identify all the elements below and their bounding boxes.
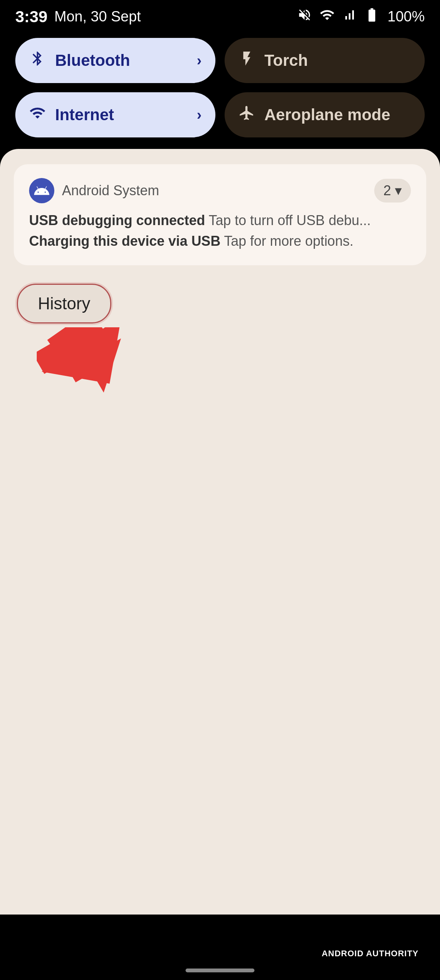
history-button-container: History	[14, 278, 426, 412]
signal-icon	[342, 8, 356, 25]
notif-bold-1: USB debugging connected	[29, 212, 205, 228]
notif-app-name: Android System	[62, 183, 159, 199]
internet-tile[interactable]: Internet ›	[15, 92, 215, 137]
internet-chevron: ›	[197, 107, 202, 123]
notif-bold-2: Charging this device via USB	[29, 233, 220, 249]
torch-icon	[238, 50, 255, 71]
notif-app-info: Android System	[29, 178, 159, 203]
arrow-annotation	[37, 327, 144, 412]
notif-expand-icon: ▾	[395, 183, 402, 199]
status-time: 3:39	[15, 8, 47, 26]
android-system-icon	[29, 178, 54, 203]
bluetooth-chevron: ›	[197, 52, 202, 69]
notif-normal-2: Tap for more options.	[224, 233, 354, 249]
notification-area: Android System 2 ▾ USB debugging connect…	[0, 149, 440, 915]
notif-count: 2	[383, 183, 391, 199]
notification-card[interactable]: Android System 2 ▾ USB debugging connect…	[14, 164, 426, 265]
notif-message-1: USB debugging connected Tap to turn off …	[29, 210, 411, 231]
bluetooth-tile[interactable]: Bluetooth ›	[15, 38, 215, 83]
torch-label: Torch	[264, 51, 411, 70]
notif-header: Android System 2 ▾	[29, 178, 411, 203]
status-bar: 3:39 Mon, 30 Sept 100%	[0, 0, 440, 30]
wifi-icon	[319, 7, 335, 26]
wifi-tile-icon	[29, 105, 46, 125]
battery-percent: 100%	[388, 8, 425, 25]
battery-icon	[364, 7, 380, 26]
internet-label: Internet	[55, 106, 187, 124]
status-date: Mon, 30 Sept	[54, 8, 141, 25]
history-button[interactable]: History	[17, 284, 111, 323]
notif-message-2: Charging this device via USB Tap for mor…	[29, 231, 411, 252]
aeroplane-tile[interactable]: Aeroplane mode	[225, 92, 425, 137]
status-right: 100%	[297, 7, 425, 26]
notif-count-badge[interactable]: 2 ▾	[374, 179, 411, 203]
quick-settings: Bluetooth › Torch Internet › Aeroplane m…	[0, 30, 440, 149]
bluetooth-label: Bluetooth	[55, 51, 187, 70]
mute-icon	[297, 8, 312, 26]
notif-normal-1: Tap to turn off USB debu...	[209, 212, 371, 228]
bluetooth-icon	[29, 50, 46, 71]
aeroplane-label: Aeroplane mode	[264, 106, 411, 124]
red-arrow-svg	[37, 327, 152, 415]
home-indicator[interactable]	[186, 969, 254, 972]
torch-tile[interactable]: Torch	[225, 38, 425, 83]
aeroplane-icon	[238, 105, 255, 125]
status-left: 3:39 Mon, 30 Sept	[15, 8, 141, 26]
svg-marker-1	[37, 327, 150, 412]
watermark: ANDROID AUTHORITY	[316, 946, 425, 962]
